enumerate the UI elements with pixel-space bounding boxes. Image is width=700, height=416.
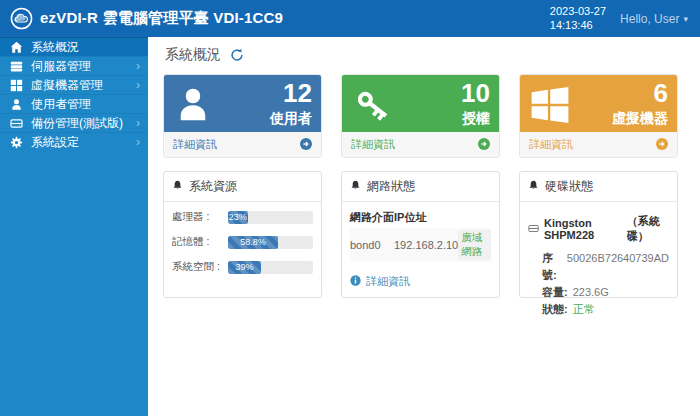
page-title: 系統概況 [165, 46, 221, 64]
sidebar-item-label: 備份管理(測試版) [31, 115, 123, 132]
panel-title: 硬碟狀態 [545, 178, 593, 195]
users-details-link[interactable]: 詳細資訊 [164, 132, 321, 157]
windows-icon [529, 84, 571, 130]
status-label: 狀態: [542, 301, 568, 318]
user-icon [173, 84, 213, 128]
sidebar-item-label: 系統概況 [31, 39, 79, 56]
panel-disk-status: 硬碟狀態 Kingston SHPM228 （系統碟） 序號: [519, 171, 678, 298]
network-table-row: bond0 192.168.2.10 廣域網路 [350, 228, 491, 262]
chevron-right-icon: › [136, 79, 140, 91]
cpu-label: 處理器 : [172, 210, 228, 224]
network-details-link[interactable]: 詳細資訊 [350, 274, 491, 289]
bell-icon [350, 180, 361, 194]
stat-card-vms: 6 虛擬機器 詳細資訊 [519, 74, 678, 158]
chevron-right-icon: › [136, 136, 140, 148]
iface-value: bond0 [350, 239, 394, 251]
disk-capacity-row: 容量: 223.6G [542, 284, 669, 301]
ip-column-header: IP位址 [394, 210, 426, 225]
sidebar-item-label: 使用者管理 [31, 96, 91, 113]
backup-icon [10, 117, 23, 130]
panel-network-status: 網路狀態 網路介面 IP位址 bond0 192.168.2.10 廣域網路 [341, 171, 500, 298]
chevron-down-icon: ▾ [683, 14, 688, 24]
cpu-usage-row: 處理器 : 23% [172, 210, 313, 224]
stat-card-licenses: 10 授權 詳細資訊 [341, 74, 500, 158]
key-icon [351, 84, 393, 130]
sidebar-item-label: 虛擬機器管理 [31, 77, 103, 94]
disk-serial-row: 序號: 50026B72640739AD [542, 250, 669, 284]
info-icon [350, 275, 361, 288]
user-menu-label: Hello, User [620, 12, 679, 26]
stat-cards: 12 使用者 詳細資訊 [163, 74, 678, 158]
sidebar-item-label: 系統設定 [31, 134, 79, 151]
bell-icon [172, 180, 183, 194]
gear-icon [10, 136, 23, 149]
sidebar-item-vms[interactable]: 虛擬機器管理 › [0, 75, 148, 94]
licenses-details-link[interactable]: 詳細資訊 [342, 132, 499, 157]
vms-details-link[interactable]: 詳細資訊 [520, 132, 677, 157]
arrow-right-circle-icon [656, 138, 668, 152]
panel-system-resources: 系統資源 處理器 : 23% 記憶體 : 58.8% 系統空間 : [163, 171, 322, 298]
status-value: 正常 [573, 301, 595, 318]
server-icon [10, 60, 23, 73]
home-icon [10, 41, 23, 54]
wan-badge: 廣域網路 [458, 230, 491, 260]
hdd-icon [528, 223, 539, 236]
sidebar-item-overview[interactable]: 系統概況 [0, 37, 148, 56]
disk-space-label: 系統空間 : [172, 260, 228, 274]
disk-space-usage-row: 系統空間 : 39% [172, 260, 313, 274]
bell-icon [528, 180, 539, 194]
sidebar-item-servers[interactable]: 伺服器管理 › [0, 56, 148, 75]
panel-title: 網路狀態 [367, 178, 415, 195]
arrow-right-circle-icon [478, 138, 490, 152]
network-table-header: 網路介面 IP位址 [350, 210, 491, 225]
serial-value: 50026B72640739AD [567, 250, 669, 284]
disk-space-progress-bar: 39% [228, 261, 313, 274]
chevron-right-icon: › [136, 60, 140, 72]
cpu-progress-bar: 23% [228, 211, 313, 224]
app-header: ezVDI-R 雲電腦管理平臺 VDI-1CC9 2023-03-27 14:1… [0, 0, 700, 37]
app-title: ezVDI-R 雲電腦管理平臺 VDI-1CC9 [40, 9, 283, 28]
vm-icon [10, 79, 23, 92]
refresh-icon[interactable] [230, 48, 244, 62]
date-text: 2023-03-27 [550, 5, 606, 19]
disk-model: Kingston SHPM228 （系統碟） [528, 214, 669, 244]
chevron-right-icon: › [136, 117, 140, 129]
sidebar-item-label: 伺服器管理 [31, 58, 91, 75]
user-menu[interactable]: Hello, User ▾ [620, 12, 688, 26]
datetime-display: 2023-03-27 14:13:46 [550, 5, 606, 33]
main-content: 系統概況 12 使用者 詳細資訊 [148, 37, 700, 416]
sidebar-item-settings[interactable]: 系統設定 › [0, 132, 148, 151]
app-logo: ezVDI-R 雲電腦管理平臺 VDI-1CC9 [10, 7, 283, 30]
capacity-label: 容量: [542, 284, 568, 301]
time-text: 14:13:46 [550, 19, 606, 33]
cloud-logo-icon [10, 7, 33, 30]
panel-title: 系統資源 [189, 178, 237, 195]
stat-card-users: 12 使用者 詳細資訊 [163, 74, 322, 158]
ip-value: 192.168.2.10 [394, 239, 458, 251]
capacity-value: 223.6G [573, 284, 609, 301]
status-panels: 系統資源 處理器 : 23% 記憶體 : 58.8% 系統空間 : [163, 171, 678, 298]
sidebar: 系統概況 伺服器管理 › 虛擬機器管理 › [0, 37, 148, 416]
memory-label: 記憶體 : [172, 235, 228, 249]
sidebar-item-users[interactable]: 使用者管理 [0, 94, 148, 113]
memory-progress-bar: 58.8% [228, 236, 313, 249]
disk-status-row: 狀態: 正常 [542, 301, 669, 318]
sidebar-item-backup[interactable]: 備份管理(測試版) › [0, 113, 148, 132]
serial-label: 序號: [542, 250, 562, 284]
arrow-right-circle-icon [300, 138, 312, 152]
iface-column-header: 網路介面 [350, 210, 394, 225]
user-icon [10, 98, 23, 111]
memory-usage-row: 記憶體 : 58.8% [172, 235, 313, 249]
